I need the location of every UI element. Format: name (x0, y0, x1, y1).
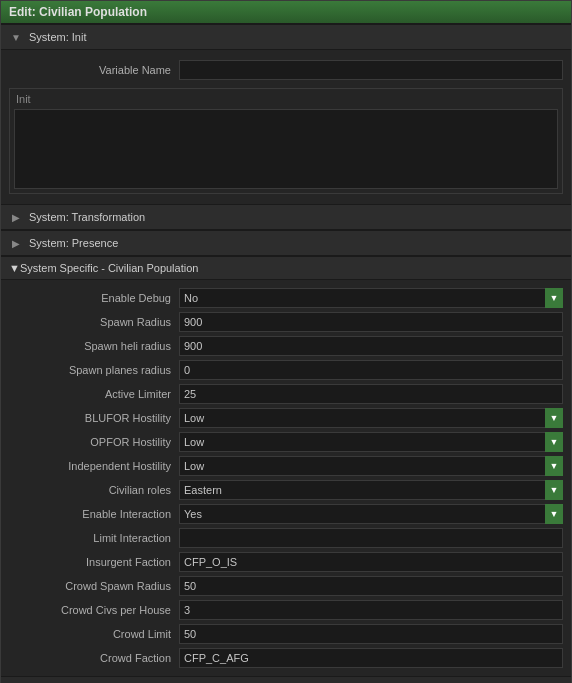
field-label-10: Limit Interaction (9, 532, 179, 544)
field-row-8: Civilian rolesEasternWestern▼ (1, 478, 571, 502)
field-row-2: Spawn heli radius (1, 334, 571, 358)
system-presence-label: System: Presence (29, 237, 118, 249)
input-15[interactable] (179, 648, 563, 668)
system-init-content: Variable Name Init (1, 50, 571, 204)
select-wrapper-6: LowMediumHigh▼ (179, 432, 563, 452)
field-row-15: Crowd Faction (1, 646, 571, 670)
field-label-6: OPFOR Hostility (9, 436, 179, 448)
field-label-9: Enable Interaction (9, 508, 179, 520)
input-12[interactable] (179, 576, 563, 596)
arrow-right-icon-presence: ▶ (9, 236, 23, 250)
main-window: Edit: Civilian Population ▼ System: Init… (0, 0, 572, 683)
section-system-transformation[interactable]: ▶ System: Transformation (1, 204, 571, 230)
bottom-bar: OK CANCEL (1, 676, 571, 683)
select-6[interactable]: LowMediumHigh (179, 432, 563, 452)
field-label-4: Active Limiter (9, 388, 179, 400)
field-row-13: Crowd Civs per House (1, 598, 571, 622)
window-title: Edit: Civilian Population (9, 5, 147, 19)
init-group-label: Init (14, 93, 558, 105)
field-row-3: Spawn planes radius (1, 358, 571, 382)
section-system-presence[interactable]: ▶ System: Presence (1, 230, 571, 256)
input-10[interactable] (179, 528, 563, 548)
variable-name-label: Variable Name (9, 64, 179, 76)
system-transformation-label: System: Transformation (29, 211, 145, 223)
section-system-specific[interactable]: ▼ System Specific - Civilian Population (1, 256, 571, 280)
arrow-down-icon-specific: ▼ (9, 262, 20, 274)
section-system-init[interactable]: ▼ System: Init (1, 24, 571, 50)
field-row-10: Limit Interaction (1, 526, 571, 550)
field-row-1: Spawn Radius (1, 310, 571, 334)
input-11[interactable] (179, 552, 563, 572)
field-label-3: Spawn planes radius (9, 364, 179, 376)
arrow-right-icon-transformation: ▶ (9, 210, 23, 224)
select-7[interactable]: LowMediumHigh (179, 456, 563, 476)
select-wrapper-5: LowMediumHigh▼ (179, 408, 563, 428)
arrow-down-icon: ▼ (9, 30, 23, 44)
select-8[interactable]: EasternWestern (179, 480, 563, 500)
input-14[interactable] (179, 624, 563, 644)
field-row-4: Active Limiter (1, 382, 571, 406)
select-wrapper-8: EasternWestern▼ (179, 480, 563, 500)
system-init-label: System: Init (29, 31, 86, 43)
select-9[interactable]: YesNo (179, 504, 563, 524)
select-wrapper-7: LowMediumHigh▼ (179, 456, 563, 476)
field-label-15: Crowd Faction (9, 652, 179, 664)
input-3[interactable] (179, 360, 563, 380)
field-label-0: Enable Debug (9, 292, 179, 304)
field-row-14: Crowd Limit (1, 622, 571, 646)
field-label-13: Crowd Civs per House (9, 604, 179, 616)
field-row-6: OPFOR HostilityLowMediumHigh▼ (1, 430, 571, 454)
field-row-5: BLUFOR HostilityLowMediumHigh▼ (1, 406, 571, 430)
init-group: Init (9, 88, 563, 194)
title-bar: Edit: Civilian Population (1, 1, 571, 24)
field-label-12: Crowd Spawn Radius (9, 580, 179, 592)
select-0[interactable]: NoYes (179, 288, 563, 308)
input-13[interactable] (179, 600, 563, 620)
init-content-area[interactable] (14, 109, 558, 189)
field-label-11: Insurgent Faction (9, 556, 179, 568)
system-specific-content: Enable DebugNoYes▼Spawn RadiusSpawn heli… (1, 280, 571, 676)
variable-name-input[interactable] (179, 60, 563, 80)
select-wrapper-9: YesNo▼ (179, 504, 563, 524)
field-label-8: Civilian roles (9, 484, 179, 496)
field-label-7: Independent Hostility (9, 460, 179, 472)
input-1[interactable] (179, 312, 563, 332)
field-label-5: BLUFOR Hostility (9, 412, 179, 424)
field-row-0: Enable DebugNoYes▼ (1, 286, 571, 310)
field-label-1: Spawn Radius (9, 316, 179, 328)
field-row-9: Enable InteractionYesNo▼ (1, 502, 571, 526)
system-specific-label: System Specific - Civilian Population (20, 262, 199, 274)
field-label-2: Spawn heli radius (9, 340, 179, 352)
field-label-14: Crowd Limit (9, 628, 179, 640)
input-2[interactable] (179, 336, 563, 356)
variable-name-row: Variable Name (1, 56, 571, 84)
field-row-11: Insurgent Faction (1, 550, 571, 574)
select-wrapper-0: NoYes▼ (179, 288, 563, 308)
input-4[interactable] (179, 384, 563, 404)
field-row-12: Crowd Spawn Radius (1, 574, 571, 598)
field-row-7: Independent HostilityLowMediumHigh▼ (1, 454, 571, 478)
select-5[interactable]: LowMediumHigh (179, 408, 563, 428)
